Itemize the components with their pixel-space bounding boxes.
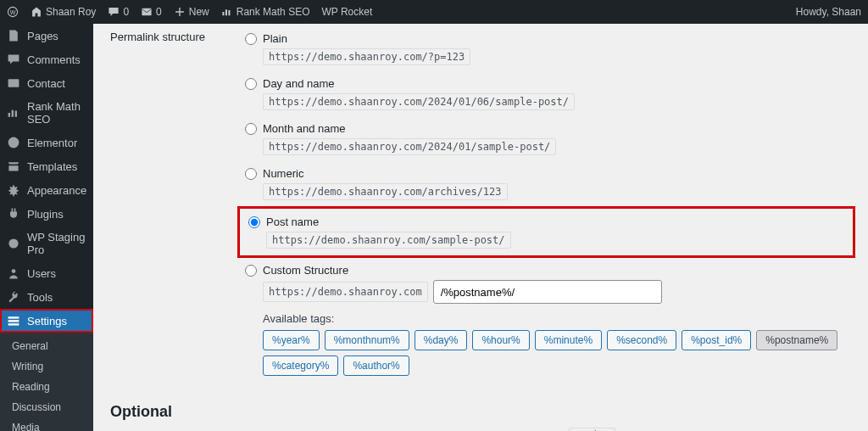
menu-elementor[interactable]: Elementor: [0, 131, 93, 154]
menu-users[interactable]: Users: [0, 261, 93, 285]
svg-point-5: [12, 269, 16, 273]
optional-heading: Optional: [110, 403, 851, 421]
tag-day[interactable]: %day%: [415, 330, 468, 350]
menu-rankmath[interactable]: Rank Math SEO: [0, 95, 93, 131]
available-tags-label: Available tags:: [263, 312, 848, 325]
submenu-media[interactable]: Media: [0, 417, 93, 431]
option-numeric: Numeric https://demo.shaanroy.com/archiv…: [242, 165, 851, 202]
option-custom-label: Custom Structure: [263, 264, 348, 277]
option-numeric-label: Numeric: [263, 167, 303, 180]
mail-count[interactable]: 0: [141, 6, 162, 18]
option-dayname-example: https://demo.shaanroy.com/2024/01/06/sam…: [263, 93, 575, 110]
site-name[interactable]: Shaan Roy: [31, 6, 96, 18]
svg-rect-2: [142, 8, 151, 15]
wp-logo-icon[interactable]: W: [7, 6, 19, 18]
radio-postname[interactable]: [248, 216, 260, 228]
option-dayname-label: Day and name: [263, 77, 335, 90]
option-custom: Custom Structure https://demo.shaanroy.c…: [242, 262, 851, 378]
option-postname-label: Post name: [266, 216, 319, 228]
tag-category[interactable]: %category%: [263, 355, 338, 376]
radio-plain[interactable]: [245, 33, 257, 45]
menu-settings[interactable]: Settings: [0, 309, 93, 333]
custom-structure-input[interactable]: [433, 280, 662, 304]
submenu-writing[interactable]: Writing: [0, 356, 93, 377]
option-numeric-example: https://demo.shaanroy.com/archives/123: [263, 183, 508, 200]
admin-sidebar: Pages Comments Contact Rank Math SEO Ele…: [0, 24, 93, 431]
admin-bar-right: Howdy, Shaan: [796, 6, 861, 18]
new-content[interactable]: New: [174, 6, 209, 18]
available-tags: %year%%monthnum%%day%%hour%%minute%%seco…: [263, 330, 848, 376]
menu-pages[interactable]: Pages: [0, 24, 93, 48]
custom-prefix: https://demo.shaanroy.com: [263, 282, 428, 302]
wprocket-adminbar[interactable]: WP Rocket: [321, 6, 372, 18]
comments-count[interactable]: 0: [108, 6, 129, 18]
menu-appearance[interactable]: Appearance: [0, 178, 93, 202]
radio-monthname[interactable]: [245, 123, 257, 135]
tag-post_id[interactable]: %post_id%: [682, 330, 751, 350]
svg-rect-7: [8, 320, 19, 322]
radio-numeric[interactable]: [245, 168, 257, 180]
permalink-options: Plain https://demo.shaanroy.com/?p=123 D…: [242, 31, 851, 386]
menu-plugins[interactable]: Plugins: [0, 202, 93, 226]
svg-point-4: [8, 137, 19, 148]
svg-rect-3: [8, 79, 19, 87]
option-plain-label: Plain: [263, 32, 287, 45]
tag-minute[interactable]: %minute%: [535, 330, 602, 350]
menu-templates[interactable]: Templates: [0, 154, 93, 178]
submenu-reading[interactable]: Reading: [0, 377, 93, 397]
option-dayname: Day and name https://demo.shaanroy.com/2…: [242, 76, 851, 112]
menu-wpstaging[interactable]: WP Staging Pro: [0, 226, 93, 261]
svg-rect-6: [8, 316, 19, 318]
option-postname: Post name https://demo.shaanroy.com/samp…: [242, 210, 851, 254]
main-content: Permalink structure Plain https://demo.s…: [93, 24, 868, 431]
menu-comments[interactable]: Comments: [0, 48, 93, 71]
option-monthname-example: https://demo.shaanroy.com/2024/01/sample…: [263, 138, 556, 155]
rankmath-adminbar[interactable]: Rank Math SEO: [221, 6, 310, 18]
option-monthname-label: Month and name: [263, 122, 346, 135]
howdy-user[interactable]: Howdy, Shaan: [796, 6, 861, 18]
tag-year[interactable]: %year%: [263, 330, 320, 350]
submenu-discussion[interactable]: Discussion: [0, 397, 93, 417]
tag-author[interactable]: %author%: [343, 355, 409, 376]
tag-second[interactable]: %second%: [607, 330, 676, 350]
radio-custom[interactable]: [245, 265, 257, 277]
admin-bar: W Shaan Roy 0 0 New Rank Math SEO WP Roc…: [0, 0, 868, 24]
tag-hour[interactable]: %hour%: [472, 330, 529, 350]
option-postname-example: https://demo.shaanroy.com/sample-post/: [266, 232, 511, 249]
admin-bar-left: W Shaan Roy 0 0 New Rank Math SEO WP Roc…: [7, 6, 372, 18]
radio-dayname[interactable]: [245, 78, 257, 90]
menu-tools[interactable]: Tools: [0, 285, 93, 309]
permalink-structure-row: Permalink structure Plain https://demo.s…: [110, 31, 851, 386]
settings-submenu: General Writing Reading Discussion Media…: [0, 333, 93, 431]
option-plain: Plain https://demo.shaanroy.com/?p=123: [242, 31, 851, 67]
option-plain-example: https://demo.shaanroy.com/?p=123: [263, 48, 470, 65]
option-monthname: Month and name https://demo.shaanroy.com…: [242, 120, 851, 157]
tag-postname[interactable]: %postname%: [756, 330, 837, 350]
permalink-structure-label: Permalink structure: [110, 31, 242, 43]
optional-description: If you like, you may enter custom struct…: [110, 428, 851, 431]
tag-monthnum[interactable]: %monthnum%: [325, 330, 409, 350]
svg-rect-8: [8, 323, 19, 325]
menu-contact[interactable]: Contact: [0, 71, 93, 95]
submenu-general[interactable]: General: [0, 336, 93, 356]
svg-text:W: W: [10, 9, 16, 15]
